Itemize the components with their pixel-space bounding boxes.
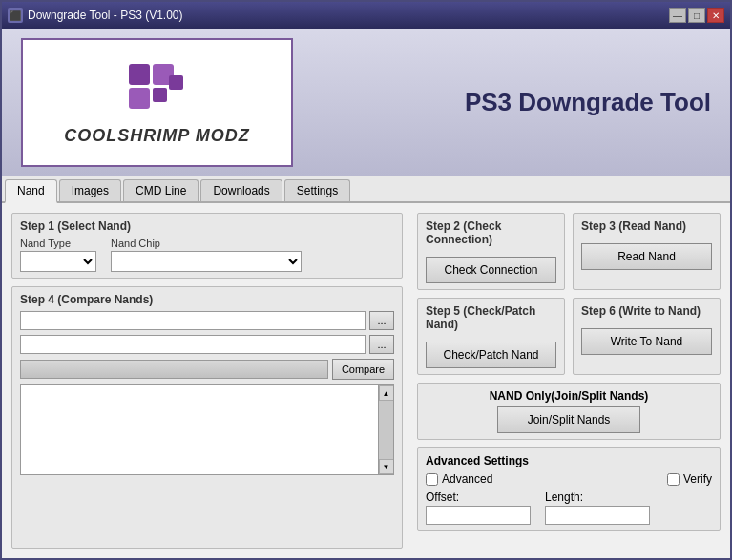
length-input[interactable] — [545, 506, 650, 525]
title-bar-buttons: — □ ✕ — [669, 8, 724, 23]
nand-type-group: Nand Type — [20, 238, 96, 272]
advanced-box: Advanced Settings Advanced Verify Offset… — [417, 447, 721, 531]
offset-label: Offset: — [426, 490, 531, 504]
scroll-up-arrow[interactable]: ▲ — [379, 385, 394, 401]
step3-card: Step 3 (Read Nand) Read Nand — [573, 213, 721, 290]
advanced-checkbox[interactable] — [426, 473, 438, 486]
step1-row: Nand Type Nand Chip — [20, 238, 394, 272]
offset-input[interactable] — [426, 506, 531, 525]
length-label: Length: — [545, 490, 650, 504]
svg-rect-2 — [129, 88, 150, 109]
tab-downloads[interactable]: Downloads — [200, 179, 282, 201]
window-icon: ⬛ — [8, 8, 23, 23]
logo-box: COOLSHRIMP MODZ — [21, 38, 293, 167]
left-panel: Step 1 (Select Nand) Nand Type Nand Chip… — [11, 213, 403, 549]
tab-settings[interactable]: Settings — [284, 179, 350, 201]
step5-title: Step 5 (Check/Patch Nand) — [426, 304, 556, 331]
write-to-nand-button[interactable]: Write To Nand — [581, 328, 712, 355]
read-nand-button[interactable]: Read Nand — [581, 243, 712, 270]
file-input-2[interactable] — [20, 335, 366, 354]
verify-label: Verify — [683, 472, 712, 486]
window-title: Downgrade Tool - PS3 (V1.00) — [28, 9, 183, 22]
browse-btn-2[interactable]: ... — [369, 335, 394, 354]
advanced-label: Advanced — [442, 472, 492, 486]
advanced-checkbox-group: Advanced — [426, 472, 492, 486]
step4-title: Step 4 (Compare Nands) — [20, 293, 394, 306]
file-input-1[interactable] — [20, 311, 366, 330]
verify-checkbox[interactable] — [667, 473, 680, 486]
tab-cmdline[interactable]: CMD Line — [123, 179, 199, 201]
svg-rect-3 — [153, 88, 167, 102]
join-split-nands-button[interactable]: Join/Split Nands — [497, 406, 640, 433]
app-title: PS3 Downgrade Tool — [465, 88, 711, 117]
step1-title: Step 1 (Select Nand) — [20, 219, 394, 233]
nand-only-title: NAND Only(Join/Split Nands) — [426, 389, 712, 403]
step3-title: Step 3 (Read Nand) — [581, 219, 712, 233]
file-row-1: ... — [20, 311, 394, 330]
offset-field-group: Offset: — [426, 490, 531, 525]
compare-button[interactable]: Compare — [332, 359, 394, 380]
main-content: Step 1 (Select Nand) Nand Type Nand Chip… — [2, 203, 730, 558]
close-button[interactable]: ✕ — [707, 8, 724, 23]
nand-chip-label: Nand Chip — [111, 238, 302, 249]
step1-box: Step 1 (Select Nand) Nand Type Nand Chip — [11, 213, 403, 279]
file-row-2: ... — [20, 335, 394, 354]
right-panel: Step 2 (Check Connection) Check Connecti… — [417, 213, 721, 549]
maximize-button[interactable]: □ — [688, 8, 705, 23]
scroll-down-arrow[interactable]: ▼ — [379, 459, 394, 474]
header-section: COOLSHRIMP MODZ PS3 Downgrade Tool — [2, 29, 730, 176]
compare-progress-bar — [20, 360, 328, 379]
nand-chip-group: Nand Chip — [111, 238, 302, 272]
step6-title: Step 6 (Write to Nand) — [581, 304, 712, 318]
svg-rect-0 — [129, 64, 150, 85]
step6-card: Step 6 (Write to Nand) Write To Nand — [573, 298, 721, 375]
title-bar: ⬛ Downgrade Tool - PS3 (V1.00) — □ ✕ — [2, 2, 730, 29]
compare-row: Compare — [20, 359, 394, 380]
scroll-thumb[interactable] — [379, 401, 393, 459]
browse-btn-1[interactable]: ... — [369, 311, 394, 330]
tab-images[interactable]: Images — [59, 179, 121, 201]
advanced-fields-row: Offset: Length: — [426, 490, 712, 525]
step5-step6-row: Step 5 (Check/Patch Nand) Check/Patch Na… — [417, 298, 721, 375]
logo-svg — [119, 59, 196, 126]
tabs-bar: Nand Images CMD Line Downloads Settings — [2, 176, 730, 203]
check-patch-nand-button[interactable]: Check/Patch Nand — [426, 342, 556, 368]
step5-card: Step 5 (Check/Patch Nand) Check/Patch Na… — [417, 298, 565, 375]
tab-nand[interactable]: Nand — [5, 179, 57, 203]
nand-type-select[interactable] — [20, 251, 96, 272]
step4-box: Step 4 (Compare Nands) ... ... Compare ▲ — [11, 286, 403, 549]
logo-text: COOLSHRIMP MODZ — [64, 126, 249, 146]
step2-step3-row: Step 2 (Check Connection) Check Connecti… — [417, 213, 721, 290]
verify-checkbox-group: Verify — [667, 472, 712, 486]
step2-title: Step 2 (Check Connection) — [426, 219, 556, 246]
step2-card: Step 2 (Check Connection) Check Connecti… — [417, 213, 565, 290]
vertical-scrollbar[interactable]: ▲ ▼ — [378, 385, 393, 474]
svg-rect-4 — [169, 75, 183, 90]
compare-output-area[interactable]: ▲ ▼ — [20, 384, 394, 475]
advanced-settings-title: Advanced Settings — [426, 454, 712, 467]
check-connection-button[interactable]: Check Connection — [426, 257, 556, 283]
advanced-checkboxes-row: Advanced Verify — [426, 472, 712, 486]
title-bar-left: ⬛ Downgrade Tool - PS3 (V1.00) — [8, 8, 183, 23]
minimize-button[interactable]: — — [669, 8, 686, 23]
nand-type-label: Nand Type — [20, 238, 96, 249]
main-window: ⬛ Downgrade Tool - PS3 (V1.00) — □ ✕ COO… — [0, 0, 732, 560]
length-field-group: Length: — [545, 490, 650, 525]
nand-only-box: NAND Only(Join/Split Nands) Join/Split N… — [417, 383, 721, 440]
nand-chip-select[interactable] — [111, 251, 302, 272]
